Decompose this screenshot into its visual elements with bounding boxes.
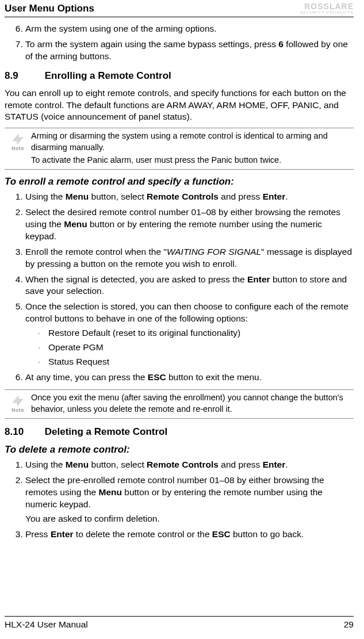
subheading-enroll: To enroll a remote control and specify a…: [5, 175, 354, 189]
note-line: To activate the Panic alarm, user must p…: [31, 155, 354, 166]
list-item: At any time, you can press the ESC butto…: [25, 372, 354, 384]
intro-paragraph: You can enroll up to eight remote contro…: [5, 87, 354, 124]
section-title: Deleting a Remote Control: [45, 426, 167, 437]
list-item: Press Enter to delete the remote control…: [25, 529, 354, 541]
brand-logo: ROSSLARE SECURITY PRODUCTS: [300, 2, 354, 14]
top-ordered-list: Arm the system using one of the arming o…: [5, 23, 354, 63]
options-bullets: Restore Default (reset to its original f…: [25, 327, 354, 368]
list-item: Using the Menu button, select Remote Con…: [25, 191, 354, 203]
note-box-1: Note Arming or disarming the system usin…: [5, 128, 354, 170]
note-line: Arming or disarming the system using a r…: [31, 131, 354, 153]
list-item: Enroll the remote control when the "WAIT…: [25, 246, 354, 270]
note-text: Once you exit the menu (after saving the…: [31, 392, 354, 416]
section-heading-8-10: 8.10 Deleting a Remote Control: [5, 426, 354, 439]
note-icon: Note: [5, 131, 31, 152]
section-number: 8.9: [5, 70, 42, 83]
page-footer: HLX-24 User Manual 29: [5, 616, 354, 631]
footer-page-number: 29: [344, 619, 354, 631]
bullet-item: Restore Default (reset to its original f…: [48, 327, 354, 339]
section-heading-8-9: 8.9 Enrolling a Remote Control: [5, 70, 354, 83]
list-item: Select the desired remote control number…: [25, 206, 354, 243]
follow-text: You are asked to confirm deletion.: [25, 513, 354, 525]
page-header: User Menu Options ROSSLARE SECURITY PROD…: [5, 0, 354, 17]
bullet-item: Operate PGM: [48, 342, 354, 354]
enroll-steps: Using the Menu button, select Remote Con…: [5, 191, 354, 384]
subheading-delete: To delete a remote control:: [5, 443, 354, 457]
note-label: Note: [12, 407, 24, 414]
section-title: Enrolling a Remote Control: [45, 70, 171, 81]
list-item: Using the Menu button, select Remote Con…: [25, 459, 354, 471]
brand-subtitle: SECURITY PRODUCTS: [300, 10, 354, 14]
list-item: When the signal is detected, you are ask…: [25, 274, 354, 298]
note-box-2: Note Once you exit the menu (after savin…: [5, 389, 354, 419]
bullet-item: Status Request: [48, 356, 354, 368]
section-number: 8.10: [5, 426, 42, 439]
page: User Menu Options ROSSLARE SECURITY PROD…: [0, 0, 364, 639]
note-line: Once you exit the menu (after saving the…: [31, 392, 354, 415]
note-text: Arming or disarming the system using a r…: [31, 131, 354, 167]
header-title: User Menu Options: [5, 2, 94, 16]
list-item: Select the pre-enrolled remote control n…: [25, 475, 354, 525]
delete-steps: Using the Menu button, select Remote Con…: [5, 459, 354, 541]
footer-left: HLX-24 User Manual: [5, 619, 88, 631]
list-item: To arm the system again using the same b…: [25, 39, 354, 63]
brand-name: ROSSLARE: [300, 2, 354, 10]
note-label: Note: [12, 145, 24, 152]
list-item: Arm the system using one of the arming o…: [25, 23, 354, 35]
note-icon: Note: [5, 392, 31, 414]
list-item: Once the selection is stored, you can th…: [25, 301, 354, 368]
